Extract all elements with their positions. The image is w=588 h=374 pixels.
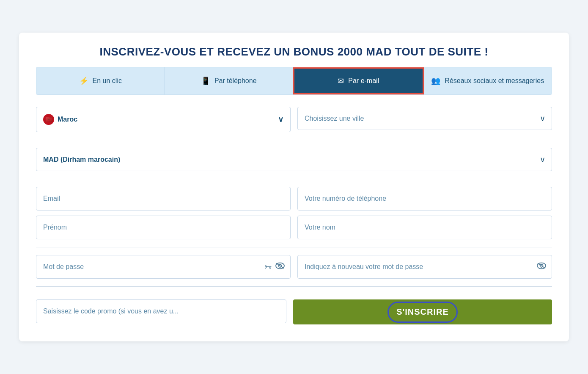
city-group: Choisissez une ville ∨ [297, 107, 552, 132]
tab-en-un-clic-label: En un clic [93, 77, 122, 85]
email-icon: ✉ [338, 76, 344, 86]
promo-code-input[interactable] [36, 299, 286, 323]
password-group: 🗝 [36, 255, 291, 279]
divider-4 [36, 286, 552, 287]
password-input[interactable] [36, 255, 291, 279]
divider-1 [36, 140, 552, 140]
city-select[interactable]: Choisissez une ville [297, 107, 552, 130]
country-value: Maroc [58, 116, 77, 123]
currency-row: MAD (Dirham marocain) ∨ [36, 148, 552, 171]
password-row: 🗝 [36, 255, 552, 279]
lightning-icon: ⚡ [79, 76, 88, 86]
country-chevron-icon: ∨ [278, 115, 283, 124]
tab-en-un-clic[interactable]: ⚡ En un clic [36, 67, 165, 94]
country-select[interactable]: 🇲🇦 Maroc ∨ [36, 107, 291, 132]
confirm-password-input[interactable] [297, 255, 552, 279]
registration-form: 🇲🇦 Maroc ∨ Choisissez une ville ∨ [36, 107, 552, 324]
divider-3 [36, 247, 552, 247]
password-icons: 🗝 [264, 263, 285, 271]
prenom-group [36, 216, 291, 239]
tab-par-email-label: Par e-mail [348, 77, 379, 85]
confirm-password-group [297, 255, 552, 279]
tab-par-email[interactable]: ✉ Par e-mail [293, 67, 424, 94]
submit-label: S'INSCRIRE [396, 307, 449, 316]
prenom-input[interactable] [36, 216, 291, 239]
email-group [36, 187, 291, 211]
divider-2 [36, 179, 552, 179]
nom-group [297, 216, 552, 239]
currency-group: MAD (Dirham marocain) ∨ [36, 148, 552, 171]
email-phone-row [36, 187, 552, 211]
eye-slash-icon[interactable] [275, 263, 285, 271]
phone-icon: 📱 [201, 76, 210, 86]
country-group: 🇲🇦 Maroc ∨ [36, 107, 291, 132]
prenom-nom-row [36, 216, 552, 239]
tab-par-telephone-label: Par téléphone [214, 77, 257, 85]
tab-reseaux-sociaux[interactable]: 👥 Réseaux sociaux et messageries [424, 67, 552, 94]
registration-container: INSCRIVEZ-VOUS ET RECEVEZ UN BONUS 2000 … [19, 33, 569, 341]
tab-par-telephone[interactable]: 📱 Par téléphone [165, 67, 294, 94]
email-input[interactable] [36, 187, 291, 211]
tab-reseaux-sociaux-label: Réseaux sociaux et messageries [445, 77, 544, 85]
morocco-flag: 🇲🇦 [43, 114, 54, 125]
confirm-eye-slash-icon[interactable] [537, 263, 546, 271]
currency-select[interactable]: MAD (Dirham marocain) [36, 148, 552, 171]
promo-group [36, 299, 286, 324]
page-title: INSCRIVEZ-VOUS ET RECEVEZ UN BONUS 2000 … [36, 45, 552, 58]
phone-input[interactable] [297, 187, 552, 211]
phone-group [297, 187, 552, 211]
city-select-wrapper: Choisissez une ville ∨ [297, 107, 552, 130]
country-city-row: 🇲🇦 Maroc ∨ Choisissez une ville ∨ [36, 107, 552, 132]
registration-tabs: ⚡ En un clic 📱 Par téléphone ✉ Par e-mai… [36, 67, 552, 95]
key-icon[interactable]: 🗝 [264, 263, 272, 271]
promo-submit-row: S'INSCRIRE [36, 299, 552, 324]
submit-button[interactable]: S'INSCRIRE [293, 299, 552, 324]
people-icon: 👥 [431, 76, 440, 86]
currency-select-wrapper: MAD (Dirham marocain) ∨ [36, 148, 552, 171]
nom-input[interactable] [297, 216, 552, 239]
